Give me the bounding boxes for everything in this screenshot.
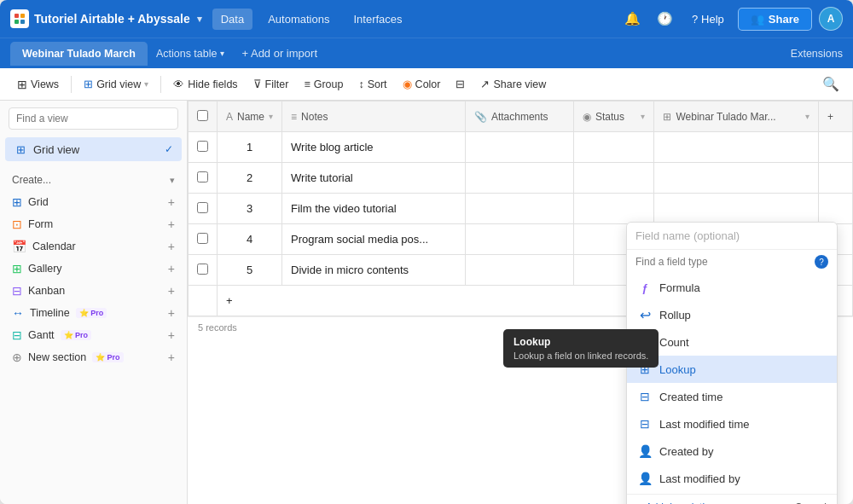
create-grid-item[interactable]: ⊞Grid + xyxy=(9,191,178,213)
create-timeline-item[interactable]: ↔ Timeline ⭐ Pro + xyxy=(9,302,178,324)
form-type-icon: ⊡ xyxy=(12,217,22,231)
calendar-type-icon: 📅 xyxy=(12,240,26,253)
row5-name[interactable]: Divide in micro contents xyxy=(282,255,466,286)
row5-num: 5 xyxy=(218,255,282,286)
field-type-help-icon[interactable]: ? xyxy=(815,255,828,269)
filter-btn[interactable]: ⊽ Filter xyxy=(247,74,296,94)
search-view-input[interactable] xyxy=(9,107,178,130)
name-column-header[interactable]: A Name ▾ xyxy=(218,101,282,132)
share-view-btn[interactable]: ↗ Share view xyxy=(473,74,553,94)
row4-name[interactable]: Program social media pos... xyxy=(282,224,466,255)
row2-num: 2 xyxy=(218,163,282,194)
active-checkmark-icon: ✓ xyxy=(165,143,173,155)
count-icon: ⊟ xyxy=(637,334,653,350)
sidebar-create: Create... ▾ ⊞Grid + ⊡Form + 📅Calendar + … xyxy=(0,162,187,372)
gantt-add-icon[interactable]: + xyxy=(168,328,175,342)
gantt-type-icon: ⊟ xyxy=(12,328,22,342)
avatar[interactable]: A xyxy=(819,7,843,31)
row1-name[interactable]: Write blog article xyxy=(282,132,466,163)
create-gantt-item[interactable]: ⊟ Gantt ⭐ Pro + xyxy=(9,324,178,346)
table-tab-webinar[interactable]: Webinar Tulado March xyxy=(10,42,148,66)
hide-fields-btn[interactable]: 👁 Hide fields xyxy=(166,75,244,94)
grid-icon: ⊞ xyxy=(84,78,93,90)
kanban-add-icon[interactable]: + xyxy=(168,284,175,298)
row3-name[interactable]: Film the video tutorial xyxy=(282,194,466,224)
group-btn[interactable]: ≡ Group xyxy=(297,75,350,94)
app-title: Tutoriel Airtable + Abyssale xyxy=(34,12,190,26)
row2-check[interactable] xyxy=(189,163,218,194)
field-type-created-by[interactable]: 👤 Created by xyxy=(627,437,837,465)
field-type-count[interactable]: ⊟ Count xyxy=(627,328,837,356)
attachments-column-header[interactable]: 📎 Attachments xyxy=(465,101,573,132)
attachments-col-icon: 📎 xyxy=(474,111,487,123)
sort-icon: ↕ xyxy=(358,78,363,90)
nav-interfaces-btn[interactable]: Interfaces xyxy=(345,9,410,30)
section-add-icon[interactable]: + xyxy=(168,350,175,364)
sort-btn[interactable]: ↕ Sort xyxy=(351,75,393,94)
create-gallery-item[interactable]: ⊞Gallery + xyxy=(9,258,178,280)
create-section-header[interactable]: Create... ▾ xyxy=(9,171,178,189)
field-type-list: ƒ Formula ↩ Rollup ⊟ Count ⊞ Lookup xyxy=(627,272,837,494)
notes-column-header[interactable]: ≡ Notes xyxy=(282,101,466,132)
webinar-col-icon: ⊞ xyxy=(663,111,671,123)
field-type-created-time[interactable]: ⊟ Created time xyxy=(627,383,837,410)
status-column-header[interactable]: ◉ Status ▾ xyxy=(574,101,654,132)
create-calendar-item[interactable]: 📅Calendar + xyxy=(9,235,178,258)
gallery-add-icon[interactable]: + xyxy=(168,262,175,275)
hide-icon: 👁 xyxy=(173,78,184,90)
last-modified-by-icon: 👤 xyxy=(637,471,653,486)
field-type-panel: Find a field type ? ƒ Formula ↩ Rollup ⊟… xyxy=(626,222,838,504)
add-field-btn[interactable]: + xyxy=(819,101,853,132)
grid-view-chevron-icon: ▾ xyxy=(144,79,148,89)
sidebar-item-grid-view[interactable]: ⊞ Grid view ✓ xyxy=(5,137,182,161)
formula-icon: ƒ xyxy=(637,280,653,295)
views-btn[interactable]: ⊞ Views xyxy=(10,74,66,95)
search-btn[interactable]: 🔍 xyxy=(819,72,843,96)
toolbar-divider xyxy=(71,76,72,93)
created-by-icon: 👤 xyxy=(637,443,653,459)
field-panel-footer: + Add description Cancel xyxy=(627,494,837,504)
add-table-btn[interactable]: + Add or import xyxy=(233,43,326,63)
check-header[interactable] xyxy=(189,101,218,132)
field-type-last-modified-by[interactable]: 👤 Last modified by xyxy=(627,465,837,492)
color-btn[interactable]: ◉ Color xyxy=(396,74,448,94)
field-type-formula[interactable]: ƒ Formula xyxy=(627,274,837,301)
nav-automations-btn[interactable]: Automations xyxy=(259,9,338,30)
field-type-rollup[interactable]: ↩ Rollup xyxy=(627,301,837,328)
timeline-type-icon: ↔ xyxy=(12,306,24,320)
views-icon: ⊞ xyxy=(17,78,27,91)
help-btn[interactable]: ? Help xyxy=(685,9,731,30)
nav-data-btn[interactable]: Data xyxy=(212,9,252,30)
row1-check[interactable] xyxy=(189,132,218,163)
webinar-column-header[interactable]: ⊞ Webinar Tulado Mar... ▾ xyxy=(654,101,819,132)
row2-name[interactable]: Write tutorial xyxy=(282,163,466,194)
row4-num: 4 xyxy=(218,224,282,255)
table-tab-actions[interactable]: Actions table ▾ xyxy=(148,42,234,66)
row3-check[interactable] xyxy=(189,194,218,224)
field-name-input[interactable] xyxy=(627,223,837,250)
select-all-checkbox[interactable] xyxy=(197,110,208,121)
calendar-add-icon[interactable]: + xyxy=(168,240,175,253)
row2-notes xyxy=(465,163,573,194)
extensions-btn[interactable]: Extensions xyxy=(791,48,843,60)
row5-check[interactable] xyxy=(189,255,218,286)
row-height-btn[interactable]: ⊟ xyxy=(449,74,472,94)
svg-rect-1 xyxy=(20,14,25,18)
notifications-icon[interactable]: 🔔 xyxy=(620,6,646,32)
field-type-lookup[interactable]: ⊞ Lookup xyxy=(627,356,837,383)
kanban-type-icon: ⊟ xyxy=(12,284,22,298)
row4-check[interactable] xyxy=(189,224,218,255)
rollup-icon: ↩ xyxy=(637,307,653,322)
create-kanban-item[interactable]: ⊟Kanban + xyxy=(9,280,178,302)
create-form-item[interactable]: ⊡Form + xyxy=(9,213,178,235)
grid-view-btn[interactable]: ⊞ Grid view ▾ xyxy=(77,74,155,94)
sidebar-search xyxy=(0,101,187,136)
share-btn[interactable]: 👥 Share xyxy=(738,8,812,31)
timeline-add-icon[interactable]: + xyxy=(168,306,175,320)
grid-area: A Name ▾ ≡ Notes xyxy=(188,101,853,504)
grid-add-icon[interactable]: + xyxy=(168,195,175,209)
history-icon[interactable]: 🕐 xyxy=(653,6,678,32)
form-add-icon[interactable]: + xyxy=(168,217,175,231)
field-type-last-modified[interactable]: ⊟ Last modified time xyxy=(627,410,837,437)
new-section-item[interactable]: ⊕ New section ⭐ Pro + xyxy=(9,346,178,368)
